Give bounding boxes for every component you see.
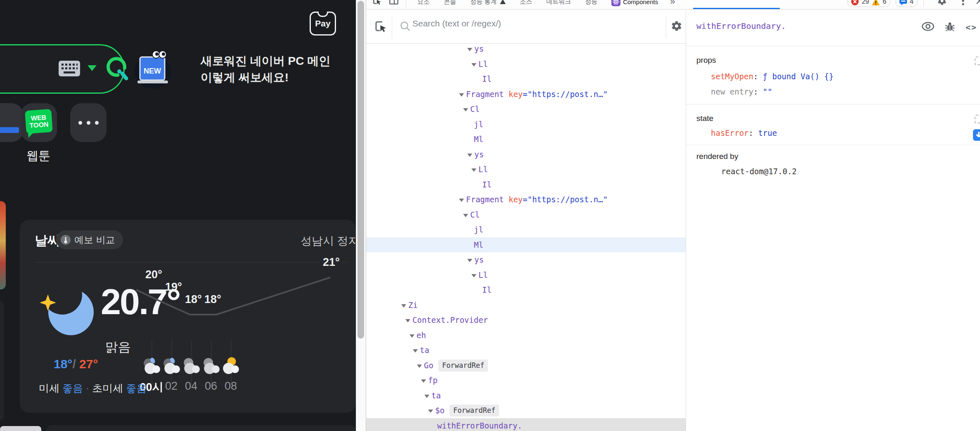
tab-network[interactable]: 네트워크: [539, 0, 578, 9]
settings-gear-icon[interactable]: [937, 0, 947, 7]
tree-row-o[interactable]: $oForwardRef: [366, 403, 686, 418]
shortcut-tile-cut[interactable]: [0, 103, 23, 142]
expand-arrow-icon[interactable]: [471, 274, 476, 277]
inspect-dom-eye-icon[interactable]: [922, 22, 934, 33]
tree-row-ys[interactable]: ys: [366, 252, 686, 267]
parse-value-button[interactable]: [973, 129, 980, 141]
kv-row-hasError[interactable]: hasError: true: [711, 128, 777, 137]
tree-row-Cl[interactable]: Cl: [366, 207, 686, 222]
tree-row-Fragment[interactable]: Fragment key="https://post.n…": [366, 87, 686, 102]
kv-value[interactable]: ƒ bound Va() {}: [763, 72, 834, 81]
dust-status[interactable]: 미세 좋음 · 초미세 좋음: [39, 381, 147, 395]
expand-arrow-icon[interactable]: [421, 379, 426, 383]
tree-row-fp[interactable]: fp: [366, 373, 686, 388]
tree-row-withErrorBoundary[interactable]: withErrorBoundary.: [366, 418, 686, 431]
shortcut-more-button[interactable]: [70, 103, 107, 142]
left-dark-card[interactable]: [0, 301, 4, 420]
copy-state-icon[interactable]: [975, 115, 980, 123]
tree-row-jl[interactable]: jl: [366, 117, 686, 132]
component-name: Il: [482, 74, 492, 83]
kv-row-setMyOpen[interactable]: setMyOpen: ƒ bound Va() {}: [711, 72, 833, 81]
naver-pay-icon[interactable]: Pay: [310, 12, 336, 36]
kv-value[interactable]: "": [763, 87, 772, 96]
webtoon-label[interactable]: 웹툰: [26, 148, 50, 164]
messages-badge-group[interactable]: 4: [895, 0, 918, 7]
cloud-icon: [201, 356, 220, 377]
tree-row-ys[interactable]: ys: [366, 147, 686, 162]
left-photo-card[interactable]: [0, 201, 6, 289]
components-toolbar: Search (text or /regex/): [366, 9, 686, 44]
tree-row-Ll[interactable]: Ll: [366, 57, 686, 71]
tab-console[interactable]: 콘솔: [437, 0, 463, 9]
select-element-icon[interactable]: [374, 19, 388, 36]
search-dropdown-arrow-icon[interactable]: [88, 65, 97, 71]
expand-arrow-icon[interactable]: [459, 93, 464, 97]
inspect-element-icon[interactable]: [372, 0, 383, 8]
copy-props-icon[interactable]: [975, 57, 980, 65]
tree-row-ys[interactable]: ys: [366, 44, 686, 56]
component-name: ys: [474, 150, 484, 159]
tree-row-Ll[interactable]: Ll: [366, 162, 686, 177]
tree-row-Zi[interactable]: Zi: [366, 298, 686, 313]
expand-arrow-icon[interactable]: [467, 154, 472, 157]
tree-row-eh[interactable]: eh: [366, 328, 686, 343]
expand-arrow-icon[interactable]: [471, 168, 476, 172]
tree-row-ta[interactable]: ta: [366, 388, 686, 403]
keyboard-icon[interactable]: [59, 61, 80, 78]
issues-badge-group[interactable]: 29 6: [847, 0, 890, 7]
tab-performance[interactable]: 성능: [578, 0, 604, 9]
tab-elements[interactable]: 요소: [410, 0, 437, 9]
tree-row-ContextProvider[interactable]: Context.Provider: [366, 313, 686, 327]
shortcut-webtoon[interactable]: WEB TOON: [21, 103, 57, 142]
tree-row-Ml[interactable]: Ml: [366, 132, 686, 147]
expand-arrow-icon[interactable]: [463, 214, 468, 217]
tab-sources[interactable]: 소스: [513, 0, 539, 9]
cloud-icon: [182, 356, 201, 377]
tree-row-Cl[interactable]: Cl: [366, 102, 686, 116]
rendered-by-value[interactable]: react-dom@17.0.2: [721, 167, 797, 176]
tree-row-Ll[interactable]: Ll: [366, 268, 686, 282]
scrollbar-thumb[interactable]: [357, 1, 364, 339]
message-icon: [900, 0, 907, 5]
tree-search-input[interactable]: Search (text or /regex/): [412, 19, 501, 28]
kv-row-newentry[interactable]: new entry: "": [711, 87, 772, 96]
tree-row-jl[interactable]: jl: [366, 222, 686, 237]
promo-headline[interactable]: 새로워진 네이버 PC 메인 이렇게 써보세요!: [201, 53, 330, 86]
temp-point-label: 20°: [145, 268, 162, 281]
kebab-menu-icon[interactable]: [962, 0, 964, 7]
promo-laptop-illustration[interactable]: NEW: [133, 50, 173, 92]
more-tabs-chevron[interactable]: »: [665, 0, 680, 7]
expand-arrow-icon[interactable]: [463, 108, 468, 111]
device-toolbar-icon[interactable]: [388, 0, 399, 8]
tree-row-Go[interactable]: GoForwardRef: [366, 358, 686, 373]
expand-arrow-icon[interactable]: [424, 395, 429, 398]
tab-components[interactable]: Components: [604, 0, 665, 9]
expand-arrow-icon[interactable]: [405, 319, 410, 322]
expand-arrow-icon[interactable]: [467, 48, 472, 51]
component-tree[interactable]: ysLlIlFragment key="https://post.n…"Cljl…: [366, 44, 686, 431]
tree-row-Il[interactable]: Il: [366, 177, 686, 192]
expand-arrow-icon[interactable]: [459, 199, 464, 202]
tree-row-Il[interactable]: Il: [366, 282, 686, 297]
search-magnifier-icon[interactable]: [106, 56, 131, 84]
debug-bug-icon[interactable]: [945, 21, 955, 33]
expand-arrow-icon[interactable]: [417, 365, 422, 368]
tab-performance-insights[interactable]: 성능 통계: [463, 0, 513, 9]
expand-arrow-icon[interactable]: [471, 63, 476, 66]
tree-row-ta[interactable]: ta: [366, 343, 686, 358]
page-scrollbar[interactable]: [356, 0, 366, 431]
expand-arrow-icon[interactable]: [467, 259, 472, 262]
tree-row-Ml[interactable]: Ml: [366, 237, 686, 252]
expand-arrow-icon[interactable]: [401, 304, 406, 308]
component-name: Ml: [474, 135, 483, 144]
components-settings-gear-icon[interactable]: [671, 20, 682, 33]
kv-value[interactable]: true: [758, 128, 777, 137]
expand-arrow-icon[interactable]: [428, 410, 433, 413]
view-source-code-icon[interactable]: <>: [966, 22, 977, 32]
expand-arrow-icon[interactable]: [410, 334, 414, 338]
component-name: Go: [424, 361, 433, 370]
tree-row-Fragment[interactable]: Fragment key="https://post.n…": [366, 192, 686, 207]
close-devtools-icon[interactable]: [975, 0, 980, 7]
expand-arrow-icon[interactable]: [413, 349, 418, 353]
tree-row-Il[interactable]: Il: [366, 71, 686, 86]
